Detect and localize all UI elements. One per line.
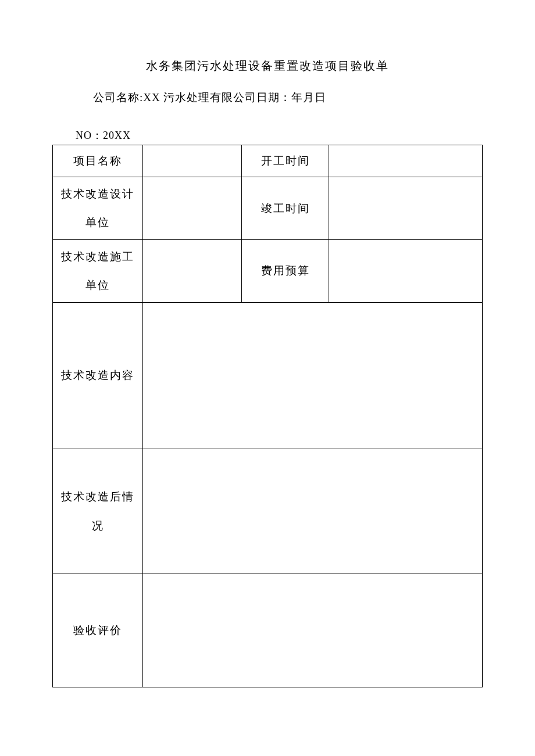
acceptance-form-table: 项目名称 开工时间 技术改造设计单位 竣工时间 技术改造施工单位 费用预算 技术… [52,145,483,687]
after-value [143,449,483,574]
design-unit-value [143,177,242,240]
evaluation-label: 验收评价 [53,574,143,687]
project-name-value [143,145,242,177]
after-label: 技术改造后情况 [53,449,143,574]
content-value [143,302,483,449]
evaluation-value [143,574,483,687]
company-date-line: 公司名称:XX 污水处理有限公司日期：年月日 [93,90,483,105]
budget-value [329,239,483,302]
start-time-label: 开工时间 [242,145,329,177]
budget-label: 费用预算 [242,239,329,302]
start-time-value [329,145,483,177]
construction-unit-value [143,239,242,302]
content-label: 技术改造内容 [53,302,143,449]
document-number: NO：20XX [76,128,483,142]
project-name-label: 项目名称 [53,145,143,177]
document-title: 水务集团污水处理设备重置改造项目验收单 [52,58,483,74]
construction-unit-label: 技术改造施工单位 [53,239,143,302]
design-unit-label: 技术改造设计单位 [53,177,143,240]
end-time-value [329,177,483,240]
end-time-label: 竣工时间 [242,177,329,240]
